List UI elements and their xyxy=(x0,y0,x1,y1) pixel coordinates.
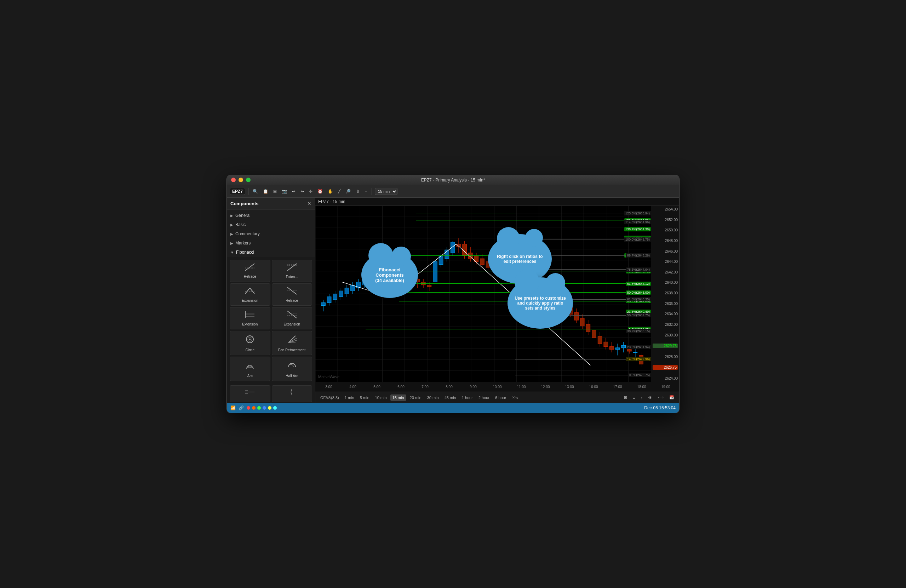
layout-button[interactable]: ⊞ xyxy=(272,188,278,194)
fib-tool-expansion[interactable]: Expansion xyxy=(230,284,270,306)
status-time: Dec-05 15:53:04 xyxy=(644,405,676,410)
price-axis: 2654.00 2652.00 2650.00 2648.00 2646.00 … xyxy=(651,206,679,382)
time-1900: 19:00 xyxy=(654,385,678,389)
fib-tool-fan[interactable]: Fan Retracement xyxy=(272,331,313,355)
svg-line-6 xyxy=(245,288,250,294)
tf-15min[interactable]: 15 min xyxy=(390,395,406,401)
fib-tool-retrace2[interactable]: Retrace xyxy=(272,284,313,306)
plus-button[interactable]: + xyxy=(364,188,369,194)
tf-45min[interactable]: 45 min xyxy=(442,395,458,401)
tf-10min[interactable]: 10 min xyxy=(373,395,389,401)
fib-tool-arc[interactable]: Arc xyxy=(230,357,270,381)
chart-label: EPZ7 - 15 min xyxy=(318,199,345,204)
chart-body[interactable]: 161.8%(2653.62) 150.0%(2652.50) 138.2%(2… xyxy=(315,206,679,382)
tf-more[interactable]: >>₅ xyxy=(510,394,520,401)
sidebar-header: Components ✕ xyxy=(227,198,315,209)
main-container: Components ✕ ▶ General ▶ Basic ▶ Comment… xyxy=(227,198,679,403)
chart-area: EPZ7 - 15 min 161.8%(2653.62) 150.0%(265… xyxy=(315,198,679,403)
separator-1 xyxy=(248,188,249,195)
clipboard-button[interactable]: 📋 xyxy=(262,188,270,194)
arrow-icon: ▶ xyxy=(230,214,233,218)
sidebar-item-basic-label: Basic xyxy=(235,222,246,227)
fan-icon xyxy=(287,334,297,347)
price-2648: 2648.00 xyxy=(652,239,678,243)
extension2-icon xyxy=(244,310,255,321)
price-2640: 2640.00 xyxy=(652,280,678,284)
fib-tool-expansion2-label: Expansion xyxy=(284,322,300,326)
fib-tool-halfarc[interactable]: Half Arc xyxy=(272,357,313,381)
fib-tool-extra2[interactable] xyxy=(272,385,313,402)
tf-1min[interactable]: 1 min xyxy=(343,395,356,401)
timeframe-bar: OFA®(8,3) 1 min 5 min 10 min 15 min 20 m… xyxy=(315,392,679,403)
tf-2hour[interactable]: 2 hour xyxy=(476,395,491,401)
fib-tool-extension1[interactable]: Exten... xyxy=(272,260,313,282)
link-icon: 🔗 xyxy=(239,405,244,410)
fib-tool-extension2-label: Extension xyxy=(242,322,258,326)
svg-line-7 xyxy=(250,288,254,294)
fib-tool-circle[interactable]: Circle xyxy=(230,331,270,355)
circle-icon xyxy=(244,334,255,347)
time-300: 3:00 xyxy=(317,385,341,389)
sidebar-title: Components xyxy=(230,201,258,206)
time-axis: 3:00 4:00 5:00 6:00 7:00 8:00 9:00 10:00… xyxy=(315,382,679,392)
extension1-icon xyxy=(287,263,297,274)
minimize-button[interactable] xyxy=(239,178,243,182)
time-1100: 11:00 xyxy=(509,385,533,389)
dot-orange xyxy=(252,406,255,410)
eye-btn[interactable]: 👁 xyxy=(646,395,654,401)
calendar-btn[interactable]: 📅 xyxy=(667,394,676,401)
fib-tool-fan-label: Fan Retracement xyxy=(278,348,305,352)
toolbar: EPZ7 🔍 📋 ⊞ 📷 ↩ ↪ ✛ ⏰ ✋ ╱ 🔎 🕯 + 15 min xyxy=(227,185,679,198)
undo-button[interactable]: ↩ xyxy=(290,188,297,194)
sidebar-items: ▶ General ▶ Basic ▶ Commentary ▶ Markers… xyxy=(227,209,315,403)
maximize-button[interactable] xyxy=(246,178,250,182)
tf-30min[interactable]: 30 min xyxy=(425,395,441,401)
tf-ofa[interactable]: OFA®(8,3) xyxy=(318,395,341,401)
scale-btn[interactable]: ↕ xyxy=(639,395,645,401)
tf-1hour[interactable]: 1 hour xyxy=(460,395,475,401)
timeframe-select[interactable]: 15 min xyxy=(375,188,397,195)
sidebar-item-general[interactable]: ▶ General xyxy=(227,211,315,220)
bars-btn[interactable]: ≡ xyxy=(631,395,637,401)
window-title: EPZ7 - Primary Analysis - 15 min* xyxy=(421,178,485,183)
search-button[interactable]: 🔍 xyxy=(251,188,259,194)
redo-button[interactable]: ↪ xyxy=(299,188,305,194)
clock-button[interactable]: ⏰ xyxy=(316,188,324,194)
tf-6hour[interactable]: 6 hour xyxy=(493,395,508,401)
camera-button[interactable]: 📷 xyxy=(280,188,289,194)
sidebar-item-basic[interactable]: ▶ Basic xyxy=(227,220,315,229)
sidebar-item-commentary-label: Commentary xyxy=(235,231,260,236)
close-button[interactable] xyxy=(231,178,236,182)
chart-type-btn[interactable]: ⊞ xyxy=(622,394,629,401)
sidebar-item-commentary[interactable]: ▶ Commentary xyxy=(227,229,315,239)
main-window: EPZ7 - Primary Analysis - 15 min* EPZ7 🔍… xyxy=(226,175,680,413)
fib-tool-retrace1[interactable]: Retrace xyxy=(230,260,270,282)
chart-canvas[interactable] xyxy=(315,206,651,382)
fib-tool-extra1[interactable] xyxy=(230,385,270,402)
fib-tool-expansion2[interactable]: Expansion xyxy=(272,307,313,329)
sidebar: Components ✕ ▶ General ▶ Basic ▶ Comment… xyxy=(227,198,315,403)
arrow-icon: ▶ xyxy=(230,232,233,236)
time-1200: 12:00 xyxy=(533,385,557,389)
zoom-button[interactable]: 🔎 xyxy=(344,188,352,194)
crosshair-button[interactable]: ✛ xyxy=(308,188,314,194)
expansion2-icon xyxy=(287,310,297,321)
sidebar-item-markers[interactable]: ▶ Markers xyxy=(227,239,315,248)
hand-button[interactable]: ✋ xyxy=(326,188,335,194)
symbol-display[interactable]: EPZ7 xyxy=(230,188,245,195)
fib-tool-retrace1-label: Retrace xyxy=(244,274,256,279)
candle-button[interactable]: 🕯 xyxy=(354,188,361,194)
price-2630: 2630.00 xyxy=(652,333,678,337)
retrace1-icon xyxy=(244,263,255,273)
fib-tool-halfarc-label: Half Arc xyxy=(286,374,298,378)
sidebar-item-fibonacci[interactable]: ▼ Fibonacci xyxy=(227,248,315,257)
callout-presets-text: Use presets to customize and quickly app… xyxy=(515,296,566,311)
tf-20min[interactable]: 20 min xyxy=(408,395,424,401)
callout-rightclick-text: Right click on ratios to edit preference… xyxy=(497,254,542,264)
sidebar-close-button[interactable]: ✕ xyxy=(307,201,311,206)
fit-btn[interactable]: ⟺ xyxy=(656,394,666,401)
fib-tool-extension2[interactable]: Extension xyxy=(230,307,270,329)
tf-5min[interactable]: 5 min xyxy=(358,395,372,401)
line-button[interactable]: ╱ xyxy=(337,188,342,194)
expansion-icon xyxy=(244,287,255,297)
